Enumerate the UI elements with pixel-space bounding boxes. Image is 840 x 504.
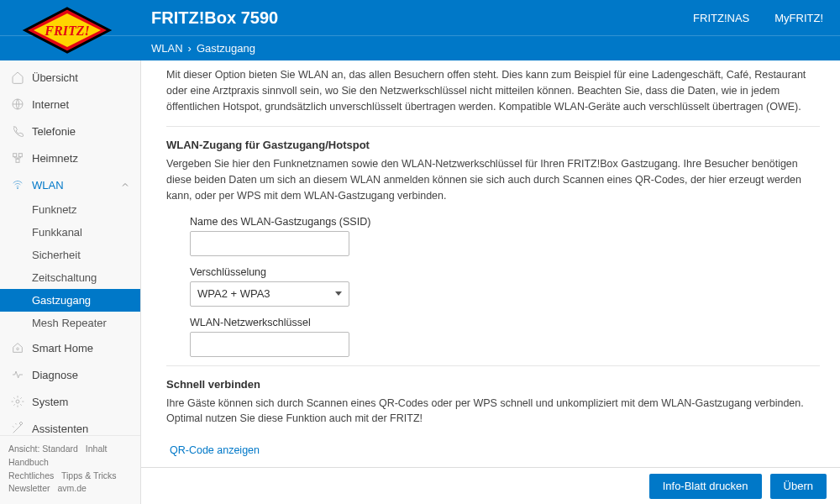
breadcrumb-current: Gastzugang xyxy=(197,42,255,55)
key-input[interactable] xyxy=(190,332,349,357)
sidebar-item-system[interactable]: System xyxy=(0,388,140,415)
section-desc: Vergeben Sie hier den Funknetznamen sowi… xyxy=(166,156,820,203)
svg-point-9 xyxy=(16,400,19,403)
sidebar-subitem-gastzugang[interactable]: Gastzugang xyxy=(0,289,140,312)
sidebar-subitem-funknetz[interactable]: Funknetz xyxy=(0,198,140,221)
wifi-icon xyxy=(10,177,25,192)
sidebar-subitem-zeitschaltung[interactable]: Zeitschaltung xyxy=(0,266,140,289)
sidebar-item-label: Telefonie xyxy=(32,125,76,138)
sidebar-item-label: System xyxy=(32,396,68,408)
sidebar-subitem-mesh[interactable]: Mesh Repeater xyxy=(0,312,140,334)
sidebar-item-label: Diagnose xyxy=(32,369,78,381)
header-link-fritznas[interactable]: FRITZ!NAS xyxy=(693,12,749,24)
svg-rect-5 xyxy=(18,154,22,157)
sidebar-item-diagnose[interactable]: Diagnose xyxy=(0,361,140,388)
sidebar-item-smarthome[interactable]: Smart Home xyxy=(0,334,140,361)
sidebar-item-overview[interactable]: Übersicht xyxy=(0,64,140,91)
ssid-input[interactable] xyxy=(190,231,349,256)
intro-text: Mit dieser Option bieten Sie WLAN an, da… xyxy=(166,67,820,114)
sidebar-footer: Ansicht: Standard Inhalt Handbuch Rechtl… xyxy=(0,435,140,504)
gear-icon xyxy=(10,394,25,409)
encryption-label: Verschlüsselung xyxy=(190,266,820,278)
apply-button[interactable]: Übern xyxy=(770,474,827,499)
encryption-select[interactable]: WPA2 + WPA3 xyxy=(190,281,349,307)
svg-point-8 xyxy=(17,348,19,350)
footer-link[interactable]: avm.de xyxy=(58,483,87,493)
home-icon xyxy=(10,70,25,85)
sidebar: Übersicht Internet Telefonie Heimnetz WL… xyxy=(0,60,141,504)
network-icon xyxy=(10,150,25,165)
wand-icon xyxy=(10,421,25,435)
sidebar-item-homenetwork[interactable]: Heimnetz xyxy=(0,144,140,171)
sidebar-item-label: Assistenten xyxy=(32,423,88,435)
chevron-down-icon xyxy=(335,291,342,296)
section-title: Schnell verbinden xyxy=(166,378,820,391)
footer-link[interactable]: Tipps & Tricks xyxy=(61,470,117,480)
breadcrumb: WLAN › Gastzugang xyxy=(0,35,840,60)
sidebar-subitem-sicherheit[interactable]: Sicherheit xyxy=(0,244,140,266)
ssid-label: Name des WLAN-Gastzugangs (SSID) xyxy=(190,216,820,228)
breadcrumb-parent[interactable]: WLAN xyxy=(151,42,183,55)
phone-icon xyxy=(10,123,25,139)
sidebar-item-label: WLAN xyxy=(32,179,64,192)
sidebar-item-internet[interactable]: Internet xyxy=(0,91,140,118)
svg-rect-6 xyxy=(16,159,19,162)
sidebar-item-wlan[interactable]: WLAN xyxy=(0,171,140,198)
globe-icon xyxy=(10,97,25,112)
section-desc: Ihre Gäste können sich durch Scannen ein… xyxy=(166,396,820,428)
footer-bar: Info-Blatt drucken Übern xyxy=(141,467,840,504)
footer-link[interactable]: Handbuch xyxy=(8,457,49,467)
footer-link[interactable]: Ansicht: Standard xyxy=(8,444,78,454)
encryption-value: WPA2 + WPA3 xyxy=(197,287,270,300)
footer-link[interactable]: Inhalt xyxy=(86,444,108,454)
sidebar-item-label: Heimnetz xyxy=(32,152,78,165)
svg-text:FRITZ!: FRITZ! xyxy=(44,24,89,38)
footer-link[interactable]: Newsletter xyxy=(8,483,50,493)
sidebar-item-telephony[interactable]: Telefonie xyxy=(0,118,140,144)
sidebar-subitem-funkkanal[interactable]: Funkkanal xyxy=(0,221,140,244)
fritz-logo: FRITZ! xyxy=(17,7,118,54)
footer-link[interactable]: Rechtliches xyxy=(8,470,54,480)
smarthome-icon xyxy=(10,340,25,355)
diagnose-icon xyxy=(10,367,25,382)
section-title: WLAN-Zugang für Gastzugang/Hotspot xyxy=(166,139,820,151)
chevron-up-icon xyxy=(120,180,130,190)
sidebar-item-assistants[interactable]: Assistenten xyxy=(0,415,140,435)
svg-rect-4 xyxy=(13,154,17,157)
page-title: FRITZ!Box 7590 xyxy=(151,8,278,28)
sidebar-item-label: Übersicht xyxy=(32,71,78,84)
section-wlan-access: WLAN-Zugang für Gastzugang/Hotspot Verge… xyxy=(166,126,820,356)
header-link-myfritz[interactable]: MyFRITZ! xyxy=(774,12,823,24)
main-content: Mit dieser Option bieten Sie WLAN an, da… xyxy=(141,60,840,504)
sidebar-item-label: Internet xyxy=(32,98,69,111)
key-label: WLAN-Netzwerkschlüssel xyxy=(190,317,820,328)
svg-point-7 xyxy=(17,187,18,188)
print-info-button[interactable]: Info-Blatt drucken xyxy=(649,474,762,499)
sidebar-item-label: Smart Home xyxy=(32,342,93,354)
header: FRITZ!Box 7590 FRITZ!NAS MyFRITZ! xyxy=(0,0,840,35)
qr-code-button[interactable]: QR-Code anzeigen xyxy=(166,440,263,460)
